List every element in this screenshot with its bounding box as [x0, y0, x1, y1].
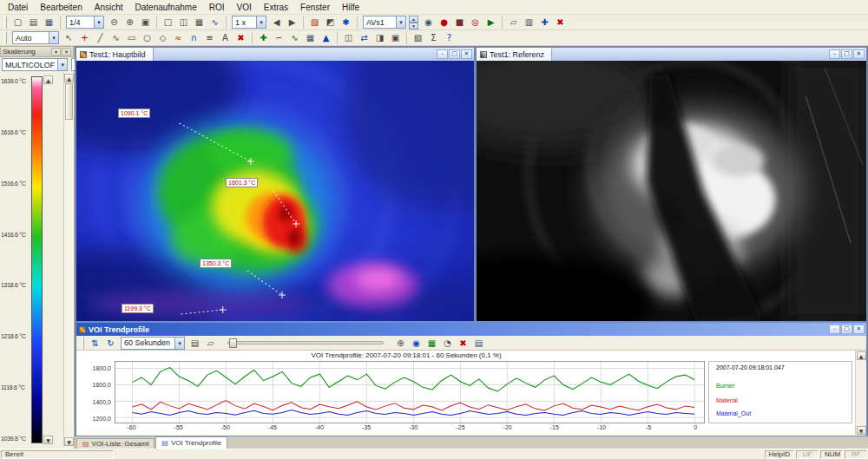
menu-voi[interactable]: VOI — [230, 2, 257, 13]
menu-datei[interactable]: Datei — [2, 2, 34, 13]
scaling-panel-header[interactable]: Skalierung ▾✕ — [0, 46, 74, 57]
delete-roi-icon[interactable]: ✖ — [233, 31, 248, 44]
open-icon[interactable]: ▤ — [26, 16, 41, 29]
scale-factor-combo[interactable]: 1 x ▾ — [232, 16, 266, 29]
trend-scrollbar[interactable]: ▲ ▼ — [855, 351, 866, 436]
main-window-titlebar[interactable]: Test1: Hauptbild –□✕ — [76, 48, 474, 61]
ellipse-roi-icon[interactable]: ○ — [140, 31, 155, 44]
menu-fenster[interactable]: Fenster — [294, 2, 336, 13]
toolbar-grip[interactable] — [82, 337, 84, 349]
export-table-icon[interactable]: ▦ — [424, 337, 439, 350]
voi-table-icon[interactable]: ▦ — [303, 31, 318, 44]
restore-button[interactable]: □ — [841, 49, 852, 59]
grid-image-icon[interactable]: ▦ — [192, 16, 207, 29]
stop-icon[interactable]: ■ — [452, 16, 467, 29]
close-button[interactable]: ✕ — [853, 49, 865, 59]
menu-roi[interactable]: ROI — [203, 2, 231, 13]
tab-voi-liste[interactable]: ▤ VOI-Liste: Gesamt — [76, 438, 155, 449]
scroll-down-icon[interactable]: ▼ — [64, 437, 74, 446]
chevron-down-icon[interactable]: ▾ — [94, 16, 103, 28]
voi-remove-icon[interactable]: − — [272, 31, 286, 44]
fullscreen-icon[interactable]: ▣ — [388, 31, 403, 44]
dual-image-icon[interactable]: ◫ — [176, 16, 191, 29]
line-tool-icon[interactable]: ╱ — [93, 31, 108, 44]
tab-voi-trendprofile[interactable]: ▤ VOI Trendprofile — [155, 436, 227, 449]
play-icon[interactable]: ▶ — [483, 16, 498, 29]
overlay-icon[interactable]: ◨ — [372, 31, 387, 44]
print-preview-icon[interactable]: ▤ — [471, 337, 486, 350]
add-marker-icon[interactable]: ✚ — [537, 16, 552, 29]
chevron-down-icon[interactable]: ▾ — [57, 59, 67, 70]
menu-extras[interactable]: Extras — [258, 2, 294, 13]
plot-area[interactable] — [115, 361, 705, 423]
chevron-down-icon[interactable]: ▾ — [256, 16, 266, 28]
clear-chart-icon[interactable]: ✖ — [456, 337, 470, 350]
menu-hilfe[interactable]: Hilfe — [336, 2, 365, 13]
filter-icon[interactable]: ▧ — [411, 31, 425, 44]
info-icon[interactable]: ? — [442, 31, 457, 44]
reference-window-titlebar[interactable]: Test1: Referenz –□✕ — [477, 48, 866, 61]
palette-combo[interactable]: MULTICOLOF ▾ — [2, 58, 68, 71]
slider-thumb[interactable] — [229, 338, 237, 348]
zoom-select-icon[interactable]: ⊕ — [393, 337, 408, 350]
chevron-down-icon[interactable]: ▾ — [174, 338, 184, 349]
restore-button[interactable]: □ — [449, 49, 460, 59]
copy-chart-icon[interactable]: ▱ — [203, 337, 218, 350]
restore-button[interactable]: □ — [841, 325, 852, 334]
minimize-button[interactable]: – — [437, 49, 448, 59]
chevron-down-icon[interactable]: ▾ — [49, 32, 58, 43]
show-points-icon[interactable]: ◉ — [409, 337, 424, 350]
trend-window-titlebar[interactable]: VOI Trendprofile –□✕ — [76, 323, 866, 336]
avs-combo[interactable]: AVs1 ▾ — [363, 16, 406, 29]
histogram-view-icon[interactable]: ∿ — [207, 16, 222, 29]
toolbar-grip[interactable] — [4, 16, 7, 29]
reference-image[interactable] — [477, 61, 866, 321]
refresh-icon[interactable]: ↻ — [103, 337, 118, 350]
snapshot-icon[interactable]: ◎ — [468, 16, 483, 29]
scroll-up-icon[interactable]: ▲ — [64, 74, 74, 82]
scaling-scrollbar[interactable]: ▲ ▼ — [63, 73, 74, 447]
time-position-slider[interactable] — [227, 341, 384, 344]
single-image-icon[interactable]: □ — [161, 16, 175, 29]
view-3d-icon[interactable]: ▲ — [319, 31, 333, 44]
scrollbar-thumb[interactable] — [65, 83, 73, 120]
polygon-roi-icon[interactable]: ◇ — [155, 31, 170, 44]
report-icon[interactable]: ▥ — [522, 16, 536, 29]
profile-icon[interactable]: ∩ — [187, 31, 201, 44]
rect-roi-icon[interactable]: ▭ — [124, 31, 139, 44]
copy-icon[interactable]: ▱ — [506, 16, 521, 29]
scroll-down-icon[interactable]: ▼ — [857, 426, 866, 435]
voi-add-icon[interactable]: ✚ — [256, 31, 271, 44]
menu-bearbeiten[interactable]: Bearbeiten — [34, 2, 88, 13]
avs-spinner[interactable]: ▲ ▼ — [409, 16, 418, 29]
interval-combo[interactable]: 60 Sekunden ▾ — [121, 337, 185, 350]
reference-image-icon[interactable]: ◫ — [341, 31, 356, 44]
text-tool-icon[interactable]: A — [218, 31, 233, 44]
trend-chart-icon[interactable]: ∿ — [287, 31, 302, 44]
spin-down-icon[interactable]: ▼ — [409, 23, 418, 30]
isotherm-icon[interactable]: ≈ — [171, 31, 186, 44]
menu-datenaufnahme[interactable]: Datenaufnahme — [129, 2, 203, 13]
minimize-button[interactable]: – — [829, 49, 840, 59]
auto-mode-combo[interactable]: Auto ▾ — [12, 31, 59, 44]
close-button[interactable]: ✕ — [62, 48, 71, 56]
chevron-down-icon[interactable]: ▾ — [396, 16, 405, 28]
toolbar-grip[interactable] — [4, 32, 7, 44]
alarm-icon[interactable]: ✖ — [553, 16, 568, 29]
save-icon[interactable]: ▦ — [42, 16, 56, 29]
close-button[interactable]: ✕ — [461, 49, 472, 59]
time-axis-icon[interactable]: ◔ — [440, 337, 455, 350]
thermal-image[interactable]: 1090.1 °C 1601.3 °C 1350.3 °C 1199.3 °C — [76, 61, 474, 321]
minimize-button[interactable]: – — [829, 325, 840, 334]
pointer-tool-icon[interactable]: ↖ — [62, 31, 76, 44]
camera-icon[interactable]: ◉ — [421, 16, 436, 29]
print-icon[interactable]: ▤ — [187, 337, 202, 350]
close-button[interactable]: ✕ — [853, 325, 865, 334]
zoom-level-combo[interactable]: 1/4 ▾ — [66, 16, 104, 29]
record-icon[interactable]: ● — [437, 16, 451, 29]
scale-up-button[interactable]: ▲ — [43, 75, 53, 84]
prev-frame-icon[interactable]: ◀ — [269, 16, 284, 29]
dock-button[interactable]: ▾ — [51, 48, 61, 56]
new-image-icon[interactable]: ▢ — [10, 16, 25, 29]
palette-colorbar[interactable] — [31, 76, 43, 443]
